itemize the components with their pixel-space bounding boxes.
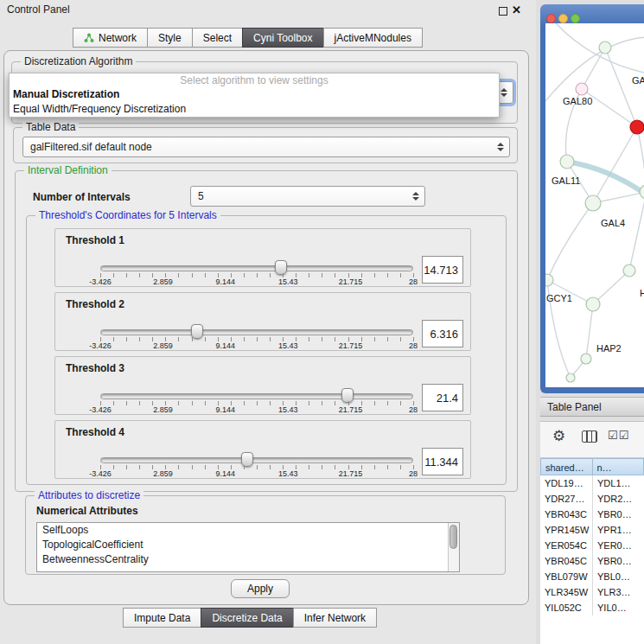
slider-tick-labels: -3.4262.8599.14415.4321.71528 [100, 277, 413, 287]
table-cell: YLR345W [540, 584, 593, 600]
network-node[interactable] [599, 41, 611, 54]
table-row[interactable]: YBR045CYBR0… [540, 553, 644, 569]
threshold-1-slider[interactable]: -3.4262.8599.14415.4321.71528 [100, 229, 413, 288]
select-columns-checkboxes-icon[interactable]: ☑☑ [608, 429, 629, 442]
tab-infer-network[interactable]: Infer Network [293, 608, 377, 628]
tab-style[interactable]: Style [147, 28, 193, 48]
close-icon[interactable]: ✕ [512, 3, 521, 16]
tab-label: Impute Data [134, 612, 190, 624]
tab-jactivemnodules[interactable]: jActiveMNodules [323, 28, 423, 48]
group-title: Threshold's Coordinates for 5 Intervals [35, 209, 220, 221]
network-node[interactable] [623, 265, 635, 277]
group-title: Attributes to discretize [35, 489, 143, 501]
tick-label: 15.43 [278, 405, 298, 414]
cyni-toolbox-panel: Discretization Algorithm Table Data galF… [3, 50, 529, 605]
table-row[interactable]: YLR345WYLR3… [540, 584, 644, 600]
tab-select[interactable]: Select [192, 28, 243, 48]
tick-label: 21.715 [339, 277, 363, 286]
table-cell: YPR1… [593, 522, 644, 538]
tab-discretize-data[interactable]: Discretize Data [201, 608, 293, 628]
threshold-value-field[interactable]: 6.316 [422, 320, 463, 348]
threshold-2-slider[interactable]: -3.4262.8599.14415.4321.71528 [100, 293, 413, 352]
list-item[interactable]: TopologicalCoefficient [37, 538, 459, 552]
minimize-traffic-light-icon[interactable] [558, 14, 568, 23]
network-node[interactable] [640, 185, 644, 199]
slider-track[interactable] [100, 329, 413, 335]
threshold-value-field[interactable]: 11.344 [422, 448, 463, 475]
tick-label: 2.859 [153, 405, 173, 414]
threshold-value-field[interactable]: 21.4 [422, 384, 463, 411]
column-header-name[interactable]: n… [593, 458, 644, 475]
dropdown-option-manual-discretization[interactable]: Manual Discretization [10, 87, 499, 102]
network-view-window: GAL80 GA GAL11 GAL4 GCY1 H HAP2 [540, 4, 644, 393]
tick-label: 28 [409, 469, 418, 478]
close-traffic-light-icon[interactable] [546, 14, 556, 23]
interval-definition-group: Interval Definition Number of Intervals … [15, 170, 518, 492]
table-data-combobox[interactable]: galFiltered.sif default node [22, 137, 510, 157]
table-panel-title: Table Panel [547, 401, 602, 413]
tab-network[interactable]: Network [73, 28, 148, 48]
network-node[interactable] [586, 297, 600, 311]
network-node-gal4[interactable] [585, 195, 601, 211]
list-item[interactable]: SelfLoops [37, 523, 459, 538]
network-node[interactable] [566, 373, 575, 382]
network-canvas[interactable]: GAL80 GA GAL11 GAL4 GCY1 H HAP2 [545, 23, 644, 387]
combobox-value: 5 [198, 190, 204, 202]
zoom-traffic-light-icon[interactable] [571, 14, 580, 23]
threshold-3-slider[interactable]: -3.4262.8599.14415.4321.71528 [100, 357, 413, 416]
group-title: Table Data [22, 121, 79, 133]
slider-tick-labels: -3.4262.8599.14415.4321.71528 [100, 405, 413, 415]
table-row[interactable]: YDL19…YDL1… [540, 475, 644, 491]
network-node-gal11[interactable] [560, 155, 574, 169]
float-window-icon[interactable] [499, 7, 507, 16]
tick-label: 2.859 [153, 277, 173, 286]
tick-label: 2.859 [153, 341, 173, 350]
num-intervals-combobox[interactable]: 5 [190, 186, 425, 207]
network-node-hap2[interactable] [581, 354, 591, 364]
tick-label: 15.43 [278, 469, 298, 478]
algorithm-dropdown-popup: Select algorithm to view settings Manual… [9, 73, 500, 118]
table-cell: YER054C [540, 538, 593, 553]
threshold-value-field[interactable]: 14.713 [422, 256, 463, 284]
column-header-shared-name[interactable]: shared… [540, 458, 593, 475]
tick-label: 28 [409, 405, 418, 414]
dropdown-option-equal-width-frequency[interactable]: Equal Width/Frequency Discretization [10, 102, 499, 117]
table-cell: YBL079W [540, 569, 593, 584]
table-row[interactable]: YBR043CYBR0… [540, 507, 644, 522]
table-row[interactable]: YPR145WYPR1… [540, 522, 644, 538]
table-row[interactable]: YDR27…YDR2… [540, 491, 644, 507]
slider-track[interactable] [100, 265, 413, 271]
table-row[interactable]: YIL052CYIL0… [540, 600, 644, 615]
tab-label: Style [158, 32, 182, 44]
control-panel-titlebar: Control Panel ✕ [0, 0, 536, 21]
table-toolbar: ⚙ ☑☑ [540, 422, 644, 458]
table-row[interactable]: YER054CYER0… [540, 538, 644, 553]
threshold-2-panel: Threshold 2 -3.4262.8599.14415.4321.7152… [54, 292, 471, 351]
table-row[interactable]: YBL079WYBL0… [540, 569, 644, 584]
table-panel-header: Table Panel [540, 397, 644, 417]
tick-label: 28 [409, 277, 418, 286]
slider-tick-labels: -3.4262.8599.14415.4321.71528 [100, 341, 413, 351]
tab-cyni-toolbox[interactable]: Cyni Toolbox [242, 28, 323, 48]
stepper-arrows-icon [497, 143, 504, 151]
tab-impute-data[interactable]: Impute Data [123, 608, 201, 628]
scrollbar-thumb[interactable] [450, 525, 457, 549]
list-scrollbar[interactable] [448, 523, 459, 571]
slider-track[interactable] [100, 393, 413, 399]
tick-label: 9.144 [216, 277, 236, 286]
dropdown-placeholder: Select algorithm to view settings [10, 73, 499, 87]
node-label-gcy1: GCY1 [546, 293, 572, 303]
list-item[interactable]: BetweennessCentrality [37, 552, 459, 567]
threshold-4-slider[interactable]: -3.4262.8599.14415.4321.71528 [100, 421, 413, 480]
network-node-gcy1[interactable] [545, 274, 553, 286]
network-node-gal80[interactable] [576, 83, 588, 95]
threshold-4-panel: Threshold 4 -3.4262.8599.14415.4321.7152… [54, 420, 471, 479]
gear-icon[interactable]: ⚙ [552, 427, 565, 445]
table-data-group: Table Data galFiltered.sif default node [13, 127, 518, 163]
slider-track[interactable] [100, 457, 413, 463]
network-node-selected[interactable] [630, 120, 644, 134]
columns-icon[interactable] [582, 430, 597, 443]
apply-button[interactable]: Apply [231, 579, 290, 598]
table-panel-window: ⚙ ☑☑ shared… n… YDL19…YDL1…YDR27…YDR2…YB… [540, 421, 644, 644]
tick-label: 2.859 [153, 469, 173, 478]
